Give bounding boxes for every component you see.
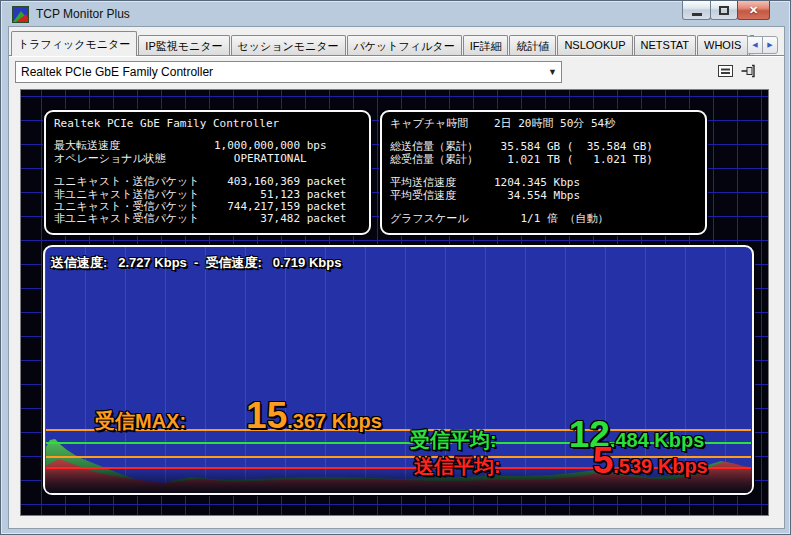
maximize-icon [719, 6, 729, 15]
window-title: TCP Monitor Plus [36, 7, 130, 21]
info-row: グラフスケール 1/1 倍 （自動） [390, 213, 705, 225]
minimize-button[interactable] [682, 1, 711, 20]
adapter-select[interactable]: Realtek PCIe GbE Family Controller ▼ [15, 61, 562, 83]
tab-scroll-left-button[interactable]: ◀ [747, 36, 763, 54]
info-row: 非ユニキャスト受信パケット 37,482 packet [54, 213, 369, 225]
traffic-monitor-view: Realtek PCIe GbE Family Controller 最大転送速… [20, 89, 769, 516]
tab-session-monitor[interactable]: セッションモニター [231, 35, 346, 56]
app-icon [12, 6, 29, 23]
tab-whois[interactable]: WHOIS [697, 35, 748, 56]
close-button[interactable]: ✕ [737, 1, 770, 20]
pin-icon [741, 63, 758, 79]
tab-page-divider [9, 56, 784, 57]
title-bar[interactable]: TCP Monitor Plus ✕ [1, 1, 790, 27]
info-row: オペレーショナル状態 OPERATIONAL [54, 153, 369, 165]
tab-nslookup[interactable]: NSLOOKUP [557, 35, 632, 56]
info-row: キャプチャ時間2日 20時間 50分 54秒 [390, 118, 705, 130]
info-row: 総受信量（累計） 1.021 TB ( 1.021 TB) [390, 154, 705, 166]
arrow-left-icon: ◀ [752, 41, 757, 49]
tab-netstat[interactable]: NETSTAT [634, 35, 696, 56]
info-row: 最大転送速度1,000,000,000 bps [54, 140, 369, 152]
tab-bar: トラフィックモニター IP監視モニター セッションモニター パケットフィルター … [11, 31, 754, 56]
panel-list-icon [717, 63, 734, 79]
maximize-button[interactable] [710, 1, 738, 20]
info-row: 平均受信速度 34.554 Mbps [390, 190, 705, 202]
capture-info-panel: キャプチャ時間2日 20時間 50分 54秒 総送信量（累計） 35.584 G… [380, 110, 707, 235]
graph-speed-readout: 送信速度: 2.727 Kbps - 受信速度: 0.719 Kbps [51, 254, 341, 272]
chevron-down-icon: ▼ [548, 67, 557, 77]
tx-avg-readout: 送信平均:5.539 Kbps [414, 440, 708, 482]
panel-display-toggle-button[interactable] [717, 63, 734, 79]
tab-statistics[interactable]: 統計値 [509, 35, 556, 56]
tab-packet-filter[interactable]: パケットフィルター [347, 35, 462, 56]
rx-max-readout: 受信MAX:15.367 Kbps [95, 395, 382, 437]
interface-info-panel: Realtek PCIe GbE Family Controller 最大転送速… [44, 110, 371, 235]
adapter-select-value: Realtek PCIe GbE Family Controller [21, 65, 213, 79]
arrow-right-icon: ▶ [767, 41, 772, 49]
tab-traffic-monitor[interactable]: トラフィックモニター [11, 31, 137, 56]
tab-if-detail[interactable]: IF詳細 [463, 35, 509, 56]
tab-scroll-buttons: ◀ ▶ [747, 36, 778, 54]
minimize-icon [692, 13, 702, 16]
close-icon: ✕ [749, 4, 758, 17]
info-row: 平均送信速度1204.345 Kbps [390, 177, 705, 189]
tab-scroll-right-button[interactable]: ▶ [762, 36, 778, 54]
tab-ip-monitor[interactable]: IP監視モニター [138, 35, 229, 56]
info-row: 総送信量（累計） 35.584 GB ( 35.584 GB) [390, 141, 705, 153]
interface-name: Realtek PCIe GbE Family Controller [54, 118, 369, 130]
stay-on-top-button[interactable] [741, 63, 758, 79]
client-area: トラフィックモニター IP監視モニター セッションモニター パケットフィルター … [9, 27, 784, 528]
info-row: ユニキャスト・送信パケット 403,160,369 packet [54, 176, 369, 188]
traffic-graph: 送信速度: 2.727 Kbps - 受信速度: 0.719 Kbps [43, 245, 754, 495]
app-window: TCP Monitor Plus ✕ トラフィックモニター IP監視モニター セ… [0, 0, 791, 535]
